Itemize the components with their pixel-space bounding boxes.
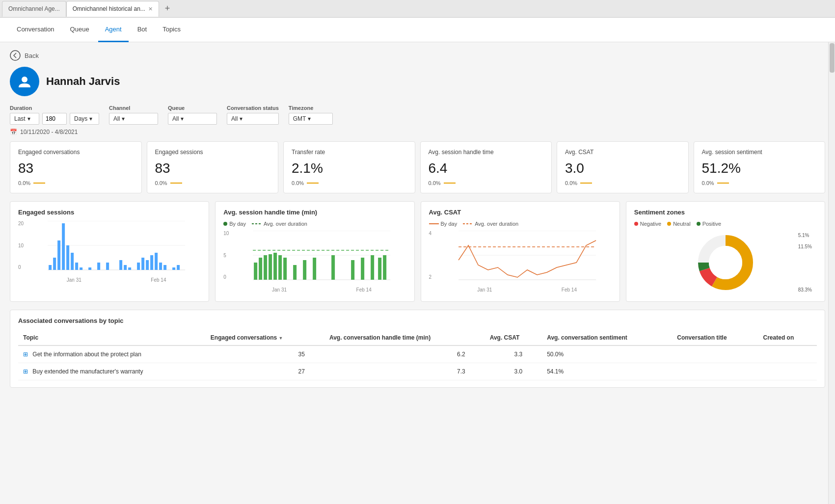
svg-rect-43	[273, 253, 277, 280]
kpi-footer-3: 0.0%	[429, 180, 544, 186]
svg-rect-22	[124, 265, 127, 270]
svg-rect-26	[141, 258, 144, 270]
kpi-value-2: 2.1%	[292, 160, 407, 176]
engaged-sessions-title: Engaged sessions	[18, 209, 201, 216]
nav-item-bot[interactable]: Bot	[131, 18, 154, 42]
kpi-card-3: Avg. session handle time 6.4 0.0%	[420, 141, 552, 193]
browser-tab-2[interactable]: Omnichannel historical an... ✕	[66, 1, 159, 17]
svg-rect-34	[177, 265, 180, 270]
svg-rect-31	[163, 265, 166, 270]
svg-rect-7	[57, 240, 60, 270]
duration-value-input[interactable]	[42, 113, 67, 125]
avg-handle-svg	[237, 231, 406, 285]
tab-1-label: Omnichannel Age...	[8, 5, 60, 12]
x-label-jan31: Jan 31	[67, 277, 81, 283]
kpi-line-5	[717, 183, 729, 184]
col-engaged[interactable]: Engaged conversations ▼	[206, 330, 324, 345]
svg-rect-58	[378, 258, 381, 280]
kpi-card-2: Transfer rate 2.1% 0.0%	[283, 141, 415, 193]
agent-name: Hannah Jarvis	[46, 75, 120, 88]
col-topic: Topic	[18, 330, 206, 345]
svg-rect-27	[146, 260, 149, 270]
status-label: Conversation status	[227, 105, 279, 111]
queue-filter: Queue All ▾	[168, 105, 217, 125]
cell-avg-csat-1: 3.0	[485, 363, 542, 380]
kpi-change-3: 0.0%	[429, 180, 441, 186]
svg-rect-57	[371, 255, 374, 280]
svg-rect-9	[66, 245, 69, 270]
nav-item-topics[interactable]: Topics	[156, 18, 188, 42]
legend-negative: Negative	[634, 221, 661, 227]
scrollbar-thumb[interactable]	[830, 43, 835, 73]
status-filter: Conversation status All ▾	[227, 105, 279, 125]
channel-filter: Channel All ▾	[109, 105, 158, 125]
kpi-footer-1: 0.0%	[155, 180, 270, 186]
chevron-down-icon2: ▾	[89, 115, 92, 122]
avg-csat-svg	[443, 231, 612, 285]
cell-created-on-1	[758, 363, 817, 380]
kpi-card-1: Engaged sessions 83 0.0%	[147, 141, 279, 193]
col-created-on: Created on	[758, 330, 817, 345]
duration-type-select[interactable]: Last ▾	[10, 113, 39, 125]
kpi-change-2: 0.0%	[292, 180, 304, 186]
svg-rect-41	[264, 255, 267, 280]
svg-rect-16	[97, 263, 100, 270]
cell-topic-1: ⊞ Buy extended the manufacturer's warran…	[18, 363, 206, 380]
svg-rect-44	[278, 255, 282, 280]
svg-point-71	[709, 246, 742, 279]
duration-label: Duration	[10, 105, 99, 111]
sentiment-legend: Negative Neutral Positive	[634, 221, 817, 227]
main-content: Back Hannah Jarvis Duration Last ▾ Days	[0, 42, 835, 504]
svg-rect-29	[155, 253, 158, 270]
x-label-feb14-2: Feb 14	[356, 287, 372, 292]
topics-table: Topic Engaged conversations ▼ Avg. conve…	[18, 330, 817, 380]
kpi-change-1: 0.0%	[155, 180, 167, 186]
kpi-footer-0: 0.0%	[18, 180, 134, 186]
timezone-filter: Timezone GMT ▾	[289, 105, 333, 125]
kpi-card-0: Engaged conversations 83 0.0%	[10, 141, 142, 193]
cell-engaged-1: 27	[206, 363, 324, 380]
kpi-row: Engaged conversations 83 0.0% Engaged se…	[10, 141, 825, 193]
browser-tab-1[interactable]: Omnichannel Age...	[2, 1, 66, 17]
charts-row: Engaged sessions 20 10 0	[10, 201, 825, 302]
svg-point-0	[10, 51, 20, 60]
kpi-line-3	[444, 183, 456, 184]
cell-avg-sentiment-1: 54.1%	[542, 363, 672, 380]
back-icon	[10, 50, 21, 61]
cell-created-on-0	[758, 345, 817, 363]
status-select[interactable]: All ▾	[227, 113, 279, 125]
queue-select[interactable]: All ▾	[168, 113, 217, 125]
nav-item-agent[interactable]: Agent	[98, 18, 129, 42]
kpi-footer-4: 0.0%	[565, 180, 680, 186]
scrollbar[interactable]	[828, 42, 835, 504]
negative-pct-label: 11.5%	[798, 244, 812, 249]
avg-csat-chart: Avg. CSAT By day Avg. over duration	[421, 201, 620, 302]
nav-item-conversation[interactable]: Conversation	[10, 18, 61, 42]
tab-close-icon[interactable]: ✕	[148, 6, 153, 12]
cell-conv-title-1	[672, 363, 758, 380]
kpi-title-3: Avg. session handle time	[429, 149, 544, 156]
expand-icon-1[interactable]: ⊞	[23, 368, 28, 375]
neutral-dot	[667, 222, 671, 226]
svg-rect-12	[80, 267, 82, 270]
nav-item-queue[interactable]: Queue	[63, 18, 96, 42]
kpi-value-5: 51.2%	[702, 160, 817, 176]
avatar	[10, 67, 39, 96]
svg-rect-11	[75, 263, 78, 270]
kpi-footer-5: 0.0%	[702, 180, 817, 186]
col-avg-handle: Avg. conversation handle time (min)	[324, 330, 485, 345]
new-tab-button[interactable]: +	[161, 3, 174, 14]
kpi-line-2	[307, 183, 319, 184]
timezone-select[interactable]: GMT ▾	[289, 113, 333, 125]
expand-icon-0[interactable]: ⊞	[23, 351, 28, 358]
chevron-down-icon6: ▾	[308, 115, 311, 122]
channel-select[interactable]: All ▾	[109, 113, 158, 125]
col-avg-csat: Avg. CSAT	[485, 330, 542, 345]
date-range: 📅 10/11/2020 - 4/8/2021	[10, 129, 825, 135]
cell-avg-handle-0: 6.2	[324, 345, 485, 363]
duration-unit-select[interactable]: Days ▾	[70, 113, 99, 125]
back-button[interactable]: Back	[10, 50, 825, 61]
svg-rect-42	[269, 254, 272, 280]
chevron-down-icon5: ▾	[240, 115, 242, 122]
avg-handle-time-chart: Avg. session handle time (min) By day Av…	[215, 201, 414, 302]
